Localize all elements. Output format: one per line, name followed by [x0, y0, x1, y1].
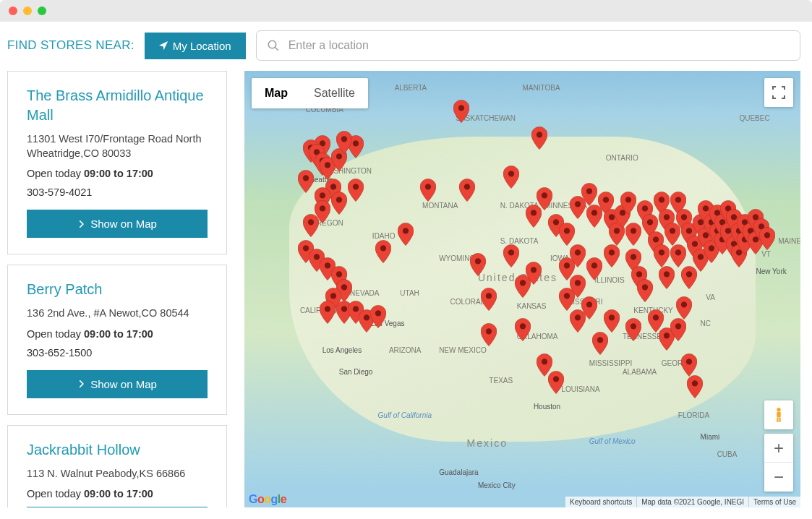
- keyboard-shortcuts-link[interactable]: Keyboard shortcuts: [565, 497, 636, 507]
- map-pin[interactable]: [481, 323, 497, 346]
- map-pin[interactable]: [604, 309, 620, 333]
- svg-point-37: [486, 293, 492, 299]
- search-icon: [267, 39, 280, 52]
- svg-point-108: [608, 315, 614, 321]
- svg-point-0: [268, 40, 276, 48]
- map-pin[interactable]: [586, 257, 602, 280]
- traffic-light-zoom[interactable]: [38, 7, 46, 15]
- store-list-sidebar[interactable]: The Brass Armidillo Antique Mall11301 We…: [7, 71, 231, 507]
- map-pin[interactable]: [625, 223, 641, 246]
- map-pin[interactable]: [592, 332, 608, 355]
- streetview-pegman[interactable]: [764, 400, 793, 429]
- show-on-map-button[interactable]: Show on Map: [27, 370, 208, 398]
- svg-point-7: [325, 162, 330, 168]
- map-pin[interactable]: [470, 253, 486, 276]
- fullscreen-icon: [772, 86, 785, 99]
- map-pin[interactable]: [620, 192, 636, 215]
- show-on-map-button[interactable]: Show on Map: [27, 507, 208, 507]
- map-pin[interactable]: [336, 131, 352, 154]
- map-pin[interactable]: [331, 192, 347, 215]
- svg-point-63: [642, 284, 648, 290]
- map-pin[interactable]: [531, 126, 547, 150]
- map-pin[interactable]: [503, 244, 519, 267]
- map-label: Gulf of Mexico: [589, 437, 636, 445]
- map-pin[interactable]: [370, 305, 386, 328]
- map-pin[interactable]: [453, 100, 469, 123]
- map-pin[interactable]: [654, 244, 670, 267]
- map-pin[interactable]: [537, 187, 552, 210]
- map-pin[interactable]: [303, 214, 319, 237]
- map-container[interactable]: ALBERTASASKATCHEWANCOLUMBIAMANITOBAONTAR…: [244, 71, 800, 507]
- svg-point-111: [664, 333, 670, 338]
- map-label: FLORIDA: [678, 411, 709, 419]
- svg-point-2: [458, 106, 464, 111]
- svg-point-105: [542, 359, 547, 364]
- map-pin[interactable]: [548, 371, 564, 394]
- map-pin[interactable]: [670, 244, 686, 267]
- map-pin[interactable]: [515, 318, 531, 341]
- store-name[interactable]: The Brass Armidillo Antique Mall: [27, 86, 208, 125]
- svg-point-82: [697, 254, 703, 260]
- svg-point-44: [564, 262, 570, 268]
- store-name[interactable]: Berry Patch: [27, 280, 208, 299]
- map-pin[interactable]: [348, 179, 364, 202]
- store-hours: Open today 09:00 to 17:00: [27, 488, 208, 499]
- svg-point-106: [553, 376, 559, 382]
- svg-point-56: [614, 228, 620, 233]
- show-on-map-button[interactable]: Show on Map: [27, 210, 208, 238]
- svg-point-27: [364, 315, 369, 321]
- map-pin[interactable]: [375, 240, 391, 263]
- svg-point-35: [508, 249, 514, 255]
- map-pin[interactable]: [420, 179, 436, 202]
- map-type-map[interactable]: Map: [252, 78, 301, 108]
- store-address: 113 N. Walnut Peabody,KS 66866: [27, 467, 208, 481]
- terms-link[interactable]: Terms of Use: [748, 497, 800, 507]
- zoom-out-button[interactable]: −: [764, 463, 793, 492]
- svg-point-66: [653, 236, 659, 242]
- map-pin[interactable]: [676, 296, 692, 319]
- map-pin[interactable]: [670, 318, 686, 341]
- map-pin[interactable]: [298, 170, 314, 193]
- map-pin[interactable]: [659, 266, 675, 289]
- svg-point-17: [308, 219, 314, 225]
- svg-point-72: [675, 197, 681, 203]
- map-pin[interactable]: [503, 166, 519, 189]
- map-pin[interactable]: [625, 318, 641, 341]
- traffic-light-close[interactable]: [9, 7, 17, 15]
- svg-point-29: [380, 245, 386, 251]
- map-pin[interactable]: [481, 288, 497, 311]
- map-pin[interactable]: [398, 223, 414, 246]
- show-on-map-label: Show on Map: [90, 378, 157, 390]
- svg-point-39: [531, 267, 537, 273]
- svg-point-60: [631, 228, 636, 233]
- svg-point-112: [675, 324, 681, 330]
- svg-point-38: [519, 280, 525, 286]
- map-pin[interactable]: [559, 223, 575, 246]
- map-pin[interactable]: [320, 301, 336, 324]
- map-pin[interactable]: [687, 375, 703, 398]
- map-pin[interactable]: [570, 309, 586, 333]
- store-name[interactable]: Jackrabbit Hollow: [27, 440, 208, 460]
- zoom-in-button[interactable]: +: [764, 434, 793, 463]
- traffic-light-minimize[interactable]: [23, 7, 32, 15]
- svg-point-55: [608, 215, 614, 220]
- map-pin[interactable]: [604, 244, 620, 267]
- svg-point-12: [353, 184, 359, 189]
- map-canvas[interactable]: ALBERTASASKATCHEWANCOLUMBIAMANITOBAONTAR…: [244, 71, 800, 507]
- map-type-satellite[interactable]: Satellite: [301, 78, 368, 108]
- map-label: QUEBEC: [739, 114, 769, 122]
- svg-rect-117: [779, 418, 780, 422]
- map-pin[interactable]: [526, 262, 542, 285]
- map-pin[interactable]: [570, 244, 586, 267]
- map-pin[interactable]: [681, 353, 697, 377]
- my-location-button[interactable]: My Location: [145, 33, 246, 59]
- map-pin[interactable]: [459, 179, 475, 202]
- fullscreen-button[interactable]: [764, 78, 793, 107]
- svg-point-62: [636, 271, 642, 277]
- map-pin[interactable]: [570, 275, 586, 298]
- map-pin[interactable]: [581, 183, 597, 206]
- location-search-input[interactable]: [289, 39, 790, 52]
- map-pin[interactable]: [637, 279, 653, 302]
- map-pin[interactable]: [759, 227, 775, 250]
- search-bar: FIND STORES NEAR: My Location: [0, 22, 812, 71]
